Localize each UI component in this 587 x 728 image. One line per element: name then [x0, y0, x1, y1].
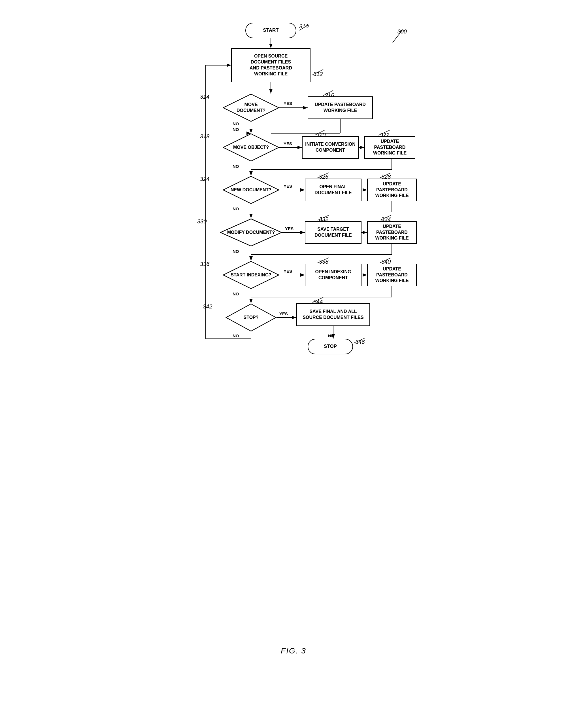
- node-330: MODIFY DOCUMENT?: [220, 218, 282, 247]
- ref-342: 342: [203, 303, 212, 310]
- stop-node: STOP: [308, 339, 353, 355]
- node-336: START INDEXING?: [223, 261, 279, 289]
- no-label-336: NO: [233, 291, 239, 296]
- yes-label-318: YES: [284, 141, 292, 146]
- ref-314: 314: [200, 94, 209, 100]
- ref-338-arrow: [316, 256, 332, 264]
- node-328: UPDATE PASTEBOARDWORKING FILE: [367, 179, 417, 201]
- no-label-344: NO: [328, 333, 334, 338]
- ref-334-arrow: [378, 214, 394, 221]
- ref-318: 318: [200, 133, 209, 140]
- yes-label-336: YES: [284, 269, 292, 274]
- no-label-342: NO: [233, 333, 239, 338]
- no-label-324: NO: [233, 206, 239, 211]
- ref-320-arrow: [313, 129, 328, 136]
- ref-326-arrow: [316, 172, 332, 179]
- no-label-330: NO: [233, 249, 239, 254]
- ref-324: 324: [200, 176, 209, 182]
- yes-label-330: YES: [285, 226, 294, 231]
- node-318: MOVE OBJECT?: [223, 133, 279, 162]
- svg-line-10: [318, 173, 329, 178]
- ref-346-arrow: [352, 337, 368, 344]
- node-314: MOVEDOCUMENT?: [223, 94, 279, 122]
- ref-328-arrow: [378, 172, 394, 179]
- svg-line-16: [318, 258, 329, 263]
- ref-316-arrow: [322, 89, 336, 96]
- node-334: UPDATE PASTEBOARDWORKING FILE: [367, 221, 417, 244]
- yes-label-324: YES: [284, 184, 292, 188]
- svg-line-3: [312, 69, 323, 75]
- ref-340-arrow: [378, 256, 394, 264]
- svg-line-20: [354, 338, 365, 343]
- svg-line-0: [393, 30, 403, 43]
- no-label-314b: NO: [233, 121, 239, 126]
- svg-line-13: [318, 215, 329, 220]
- node-332: SAVE TARGETDOCUMENT FILE: [305, 221, 361, 244]
- svg-line-11: [380, 173, 391, 178]
- flowchart-diagram: 300 START 310 OPEN SOURCEDOCUMENT FILESA…: [166, 12, 421, 635]
- svg-line-14: [380, 215, 391, 220]
- yes-label-314: YES: [284, 101, 292, 106]
- ref-312-arrow: [310, 68, 328, 76]
- start-node: START: [245, 23, 296, 38]
- svg-line-5: [323, 90, 333, 95]
- node-320: INITIATE CONVERSIONCOMPONENT: [302, 136, 359, 159]
- node-324: NEW DOCUMENT?: [223, 176, 279, 204]
- yes-label-342: YES: [279, 311, 288, 316]
- node-316: UPDATE PASTEBOARDWORKING FILE: [308, 96, 373, 119]
- svg-line-8: [378, 130, 390, 135]
- no-label-314: NO: [233, 127, 239, 132]
- node-340: UPDATE PASTEBOARDWORKING FILE: [367, 264, 417, 286]
- no-label-318: NO: [233, 164, 239, 169]
- ref-332-arrow: [316, 214, 332, 221]
- ref-322-arrow: [377, 129, 393, 136]
- figure-title: FIG. 3: [281, 646, 306, 655]
- svg-line-2: [299, 25, 309, 30]
- ref-344-arrow: [310, 296, 326, 303]
- ref-330: 330: [197, 218, 207, 225]
- node-344: SAVE FINAL AND ALLSOURCE DOCUMENT FILES: [296, 303, 370, 326]
- ref-arrow-300: [384, 27, 407, 44]
- ref-336: 336: [200, 261, 209, 267]
- flowchart-arrows: YES NO NO YES NO: [166, 12, 421, 635]
- node-326: OPEN FINALDOCUMENT FILE: [305, 179, 361, 201]
- svg-line-19: [312, 297, 323, 302]
- node-312: OPEN SOURCEDOCUMENT FILESAND PASTEBOARDW…: [231, 48, 310, 82]
- ref-310-arrow: [296, 23, 310, 32]
- node-338: OPEN INDEXINGCOMPONENT: [305, 264, 361, 286]
- svg-line-17: [380, 258, 391, 263]
- node-342: STOP?: [226, 303, 277, 332]
- svg-line-7: [315, 130, 325, 135]
- node-322: UPDATE PASTEBOARDWORKING FILE: [364, 136, 415, 159]
